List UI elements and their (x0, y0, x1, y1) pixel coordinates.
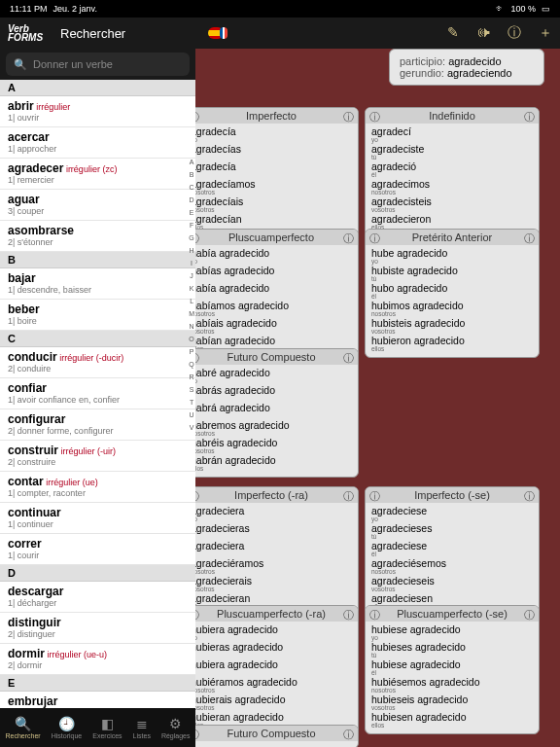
alpha-letter[interactable]: S (189, 383, 194, 396)
verb-item[interactable]: conducir irrégulier (-ducir)2| conduire (0, 347, 195, 378)
tense-card[interactable]: Futuro Compuestoⓘⓘhabré agradecidoyohabr… (195, 348, 359, 478)
info-icon[interactable]: ⓘ (343, 608, 354, 622)
info-icon[interactable]: ⓘ (369, 489, 380, 504)
info-icon[interactable]: ⓘ (343, 110, 354, 124)
alpha-letter[interactable]: G (189, 231, 194, 244)
alpha-letter[interactable]: P (189, 345, 194, 358)
alpha-letter[interactable]: U (189, 409, 194, 421)
verb-irregular-tag: irrégulier (zc) (63, 164, 117, 174)
info-icon[interactable]: ⓘ (524, 231, 535, 246)
verb-item[interactable]: continuar1| continuer (0, 503, 195, 534)
tense-card[interactable]: Imperfecto (-se)ⓘⓘagradecieseyoagradecie… (365, 486, 540, 616)
tense-card[interactable]: Pretérito Anteriorⓘⓘhube agradecidoyohub… (365, 229, 540, 358)
verb-item[interactable]: acercar1| approcher (0, 127, 195, 159)
info-icon[interactable]: ⓘ (369, 608, 380, 622)
conjugation-form: habías agradecido (195, 266, 352, 276)
alpha-letter[interactable]: K (189, 282, 194, 295)
alpha-index[interactable]: ABCDEFGHIJKLMNOPQRSTUV (189, 156, 194, 434)
verb-item[interactable]: contar irrégulier (ue)1| compter, racont… (0, 472, 195, 503)
tense-card[interactable]: Imperfectoⓘⓘagradecíayoagradecíastúagrad… (195, 107, 359, 236)
search-input[interactable]: 🔍 Donner un verbe (6, 53, 190, 76)
info-icon[interactable]: ⓘ (343, 351, 354, 366)
tab-exercises[interactable]: ◧Exercices (92, 716, 122, 739)
conjugation-form: agradecieron (371, 214, 533, 225)
info-icon[interactable]: ⓘ (369, 231, 380, 246)
info-icon[interactable]: ⓘ (195, 231, 199, 246)
alpha-letter[interactable]: H (189, 244, 194, 257)
verb-item[interactable]: descargar1| décharger (0, 582, 195, 613)
verb-item[interactable]: construir irrégulier (-uir)2| construire (0, 441, 195, 472)
verb-item[interactable]: asombrarse2| s'étonner (0, 221, 195, 252)
alpha-letter[interactable]: A (189, 156, 194, 168)
tense-card[interactable]: Futuro Compuestoⓘⓘ (195, 725, 359, 747)
verb-definition: 1| avoir confiance en, confier (8, 395, 188, 405)
info-icon[interactable]: ⓘ (524, 608, 535, 622)
conjugation-form: agradecías (195, 144, 352, 155)
verb-item[interactable]: dormir irrégulier (ue-u)2| dormir (0, 644, 195, 675)
alpha-letter[interactable]: E (189, 206, 194, 219)
info-icon[interactable]: ⓘ (195, 489, 199, 504)
alpha-letter[interactable]: N (189, 320, 194, 333)
conjugation-form: agradecíamos (195, 179, 352, 190)
verb-item[interactable]: bajar1| descendre, baisser (0, 268, 195, 300)
alpha-letter[interactable]: V (189, 421, 194, 434)
info-icon[interactable]: ⓘ (508, 24, 521, 42)
alpha-letter[interactable]: R (189, 371, 194, 383)
alpha-letter[interactable]: D (189, 194, 194, 206)
alpha-letter[interactable]: I (189, 257, 194, 269)
info-icon[interactable]: ⓘ (343, 231, 354, 246)
info-icon[interactable]: ⓘ (524, 110, 535, 124)
tense-row: Imperfectoⓘⓘagradecíayoagradecíastúagrad… (195, 107, 540, 236)
info-icon[interactable]: ⓘ (343, 728, 354, 742)
verb-item[interactable]: correr1| courir (0, 534, 195, 565)
alpha-letter[interactable]: F (189, 219, 194, 231)
verb-irregular-tag: irrégulier (-ducir) (57, 353, 124, 363)
header-title: Rechercher (60, 26, 125, 41)
audio-icon[interactable]: 🕪 (476, 24, 490, 42)
alpha-letter[interactable]: O (189, 333, 194, 345)
tense-card[interactable]: Imperfecto (-ra)ⓘⓘagradecierayoagradecie… (195, 486, 359, 616)
verb-definition: 1| courir (8, 551, 188, 560)
verb-definition: 1| décharger (8, 598, 188, 608)
verb-item[interactable]: configurar2| donner forme, configurer (0, 409, 195, 441)
tense-card[interactable]: Pluscuamperfectoⓘⓘhabía agradecidoyohabí… (195, 229, 359, 358)
alpha-letter[interactable]: C (189, 181, 194, 194)
conjugation-form: hubiste agradecido (371, 266, 533, 276)
tense-card[interactable]: Pluscuamperfecto (-se)ⓘⓘhubiese agradeci… (365, 605, 540, 734)
info-icon[interactable]: ⓘ (369, 110, 380, 124)
add-icon[interactable]: ＋ (539, 24, 552, 42)
compose-icon[interactable]: ✎ (447, 24, 459, 42)
tense-card[interactable]: Indefinidoⓘⓘagradecíyoagradecistetúagrad… (365, 107, 540, 236)
info-icon[interactable]: ⓘ (524, 489, 535, 504)
verb-list[interactable]: Aabrir irrégulier1| ouvriracercar1| appr… (0, 80, 195, 726)
tense-card[interactable]: Pluscuamperfecto (-ra)ⓘⓘhubiera agradeci… (195, 605, 359, 734)
tab-label: Historique (52, 732, 83, 739)
verb-item[interactable]: beber1| boire (0, 300, 195, 331)
tab-search[interactable]: 🔍Rechercher (6, 716, 41, 739)
alpha-letter[interactable]: L (189, 295, 194, 307)
alpha-letter[interactable]: M (189, 307, 194, 320)
alpha-letter[interactable]: B (189, 168, 194, 181)
info-icon[interactable]: ⓘ (195, 608, 199, 622)
pronoun-label: ellos (195, 466, 352, 472)
verb-item[interactable]: abrir irrégulier1| ouvrir (0, 96, 195, 127)
verb-name: conducir irrégulier (-ducir) (8, 350, 188, 364)
alpha-letter[interactable]: T (189, 396, 194, 409)
alpha-letter[interactable]: Q (189, 358, 194, 371)
tab-settings[interactable]: ⚙Réglages (161, 716, 191, 739)
verb-item[interactable]: aguar3| couper (0, 190, 195, 221)
tense-title: Pluscuamperfectoⓘⓘ (195, 230, 358, 245)
verb-name: confiar (8, 381, 188, 395)
alpha-letter[interactable]: J (189, 269, 194, 282)
info-icon[interactable]: ⓘ (195, 728, 199, 742)
info-icon[interactable]: ⓘ (195, 351, 199, 366)
info-icon[interactable]: ⓘ (343, 489, 354, 504)
language-flag-icon[interactable] (208, 27, 224, 39)
verb-item[interactable]: distinguir2| distinguer (0, 613, 195, 644)
info-icon[interactable]: ⓘ (195, 110, 199, 124)
tab-lists[interactable]: ≣Listes (133, 716, 151, 739)
verb-item[interactable]: agradecer irrégulier (zc)1| remercier (0, 159, 195, 190)
conjugation-content[interactable]: participio: agradecido gerundio: agradec… (195, 49, 560, 747)
tab-history[interactable]: 🕘Historique (52, 716, 83, 739)
verb-item[interactable]: confiar1| avoir confiance en, confier (0, 378, 195, 409)
